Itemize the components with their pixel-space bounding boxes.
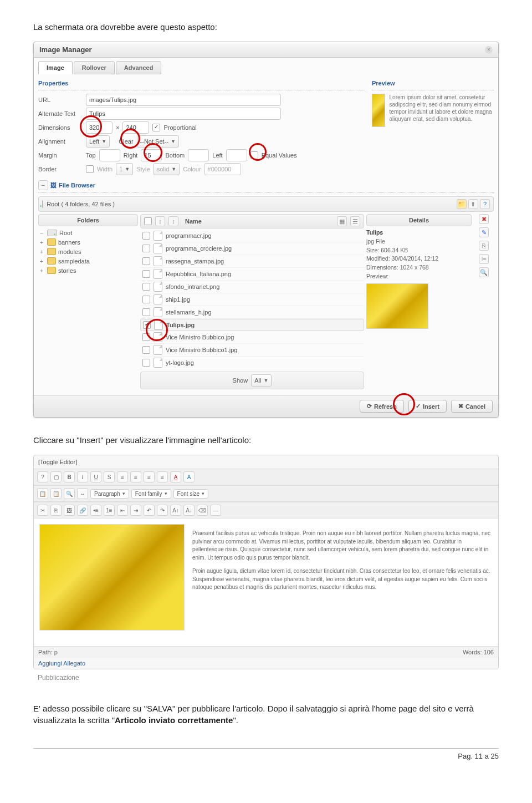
view-icon[interactable]: 🔍 <box>479 267 489 277</box>
margin-right-input[interactable]: 15 <box>141 149 162 161</box>
new-folder-icon[interactable]: 📁 <box>457 199 467 209</box>
proportional-checkbox[interactable] <box>152 124 160 131</box>
file-checkbox[interactable] <box>142 257 150 265</box>
font-size-select[interactable]: Font size▾ <box>173 489 209 499</box>
border-colour-input[interactable]: #000000 <box>204 163 241 175</box>
sort-icon[interactable]: ↕ <box>155 216 165 226</box>
file-row[interactable]: rassegna_stampa.jpg <box>140 255 364 268</box>
find-icon[interactable]: 🔍 <box>64 488 75 499</box>
clear-format-icon[interactable]: ⌫ <box>197 505 208 516</box>
delete-icon[interactable]: ✖ <box>479 214 489 224</box>
hr-icon[interactable]: — <box>210 505 221 516</box>
indent-icon[interactable]: ⇥ <box>130 505 141 516</box>
show-select[interactable]: All▼ <box>251 374 272 387</box>
cut-icon[interactable]: ✂ <box>479 254 489 264</box>
link-icon[interactable]: 🔗 <box>77 505 88 516</box>
border-style-select[interactable]: solid▼ <box>154 163 180 175</box>
equal-values-checkbox[interactable] <box>250 151 258 159</box>
file-row[interactable]: yt-logo.jpg <box>140 357 364 369</box>
paste-icon[interactable]: 📋 <box>50 488 62 499</box>
align-left-icon[interactable]: ≡ <box>117 471 128 482</box>
file-checkbox[interactable] <box>142 308 150 316</box>
outdent-icon[interactable]: ⇤ <box>117 505 128 516</box>
align-right-icon[interactable]: ≡ <box>144 471 155 482</box>
underline-icon[interactable]: U <box>90 471 101 482</box>
file-checkbox[interactable] <box>142 245 150 252</box>
file-checkbox[interactable] <box>142 346 150 354</box>
paragraph-select[interactable]: Paragraph▾ <box>90 489 129 499</box>
file-row[interactable]: Repubblica_Italiana.png <box>140 268 364 281</box>
alignment-select[interactable]: Left▼ <box>86 135 110 148</box>
file-row[interactable]: stellamaris_h.jpg <box>140 306 364 319</box>
ol-icon[interactable]: 1≡ <box>104 505 115 516</box>
width-input[interactable]: 320 <box>86 121 112 134</box>
margin-bottom-input[interactable] <box>188 149 209 161</box>
bold-icon[interactable]: B <box>64 471 75 482</box>
file-row[interactable]: ship1.jpg <box>140 293 364 306</box>
tab-rollover[interactable]: Rollover <box>74 61 115 74</box>
image-icon[interactable]: 🖼 <box>64 505 75 516</box>
italic-icon[interactable]: I <box>77 471 88 482</box>
help-icon[interactable]: ? <box>480 199 490 209</box>
font-family-select[interactable]: Font family▾ <box>131 489 171 499</box>
strike-icon[interactable]: S <box>104 471 115 482</box>
undo-icon[interactable]: ↶ <box>144 505 155 516</box>
close-icon[interactable]: × <box>485 46 493 54</box>
refresh-button[interactable]: ⟳Refresh <box>360 400 404 413</box>
file-checkbox[interactable] <box>143 321 151 329</box>
file-row[interactable]: programmacr.jpg <box>140 230 364 242</box>
border-enable-checkbox[interactable] <box>86 165 94 173</box>
upload-icon[interactable]: ⬆ <box>468 199 478 209</box>
align-justify-icon[interactable]: ≡ <box>157 471 168 482</box>
replace-icon[interactable]: ↔ <box>77 488 88 499</box>
tab-image[interactable]: Image <box>38 61 73 74</box>
file-row[interactable]: Tulips.jpg <box>140 319 364 331</box>
file-row[interactable]: sfondo_intranet.png <box>140 281 364 293</box>
bg-color-icon[interactable]: A <box>183 471 195 482</box>
sub-icon[interactable]: A↓ <box>183 505 195 516</box>
list-view-icon[interactable]: ☰ <box>350 216 360 226</box>
tree-folder[interactable]: sampledata <box>58 258 90 265</box>
clear-select[interactable]: --Not Set--▼ <box>137 135 179 148</box>
file-checkbox[interactable] <box>142 359 150 367</box>
new-icon[interactable]: ▢ <box>50 471 62 482</box>
paste-icon[interactable]: 📋 <box>37 488 48 499</box>
redo-icon[interactable]: ↷ <box>157 505 168 516</box>
border-width-select[interactable]: 1▼ <box>116 163 133 175</box>
cancel-button[interactable]: ✖Cancel <box>451 400 493 413</box>
url-input[interactable]: images/Tulips.jpg <box>86 94 281 106</box>
copy-icon[interactable]: ⎘ <box>50 505 62 516</box>
height-input[interactable]: 240 <box>122 121 149 134</box>
tree-folder[interactable]: banners <box>58 239 80 246</box>
alt-input[interactable]: Tulips <box>86 108 281 120</box>
file-row[interactable]: Vice Ministro Bubbico1.jpg <box>140 344 364 357</box>
cut-icon[interactable]: ✂ <box>37 505 48 516</box>
attach-link[interactable]: Aggiungi Allegato <box>34 658 498 669</box>
toggle-editor-link[interactable]: [Toggle Editor] <box>34 455 498 469</box>
font-color-icon[interactable]: A <box>170 471 181 482</box>
copy-icon[interactable]: ⎘ <box>479 241 489 251</box>
file-row[interactable]: programma_crociere.jpg <box>140 242 364 255</box>
margin-left-input[interactable] <box>226 149 247 161</box>
rename-icon[interactable]: ✎ <box>479 227 489 237</box>
file-checkbox[interactable] <box>142 232 150 240</box>
tab-advanced[interactable]: Advanced <box>116 61 162 74</box>
sort-icon[interactable]: ↕ <box>168 216 178 226</box>
tree-folder[interactable]: stories <box>58 267 76 274</box>
file-checkbox[interactable] <box>142 283 150 291</box>
sup-icon[interactable]: A↑ <box>170 505 181 516</box>
file-checkbox[interactable] <box>142 333 150 341</box>
file-row[interactable]: Vice Ministro Bubbico.jpg <box>140 331 364 344</box>
file-checkbox[interactable] <box>142 296 150 303</box>
minus-icon[interactable]: − <box>38 180 48 190</box>
thumb-view-icon[interactable]: ▦ <box>337 216 347 226</box>
insert-button[interactable]: ✓Insert <box>408 400 447 413</box>
tree-root[interactable]: Root <box>59 230 72 236</box>
help-icon[interactable]: ? <box>37 471 48 482</box>
file-checkbox[interactable] <box>142 270 150 278</box>
margin-top-input[interactable] <box>99 149 120 161</box>
tree-folder[interactable]: modules <box>58 248 81 255</box>
align-center-icon[interactable]: ≡ <box>130 471 141 482</box>
ul-icon[interactable]: •≡ <box>90 505 101 516</box>
select-all-checkbox[interactable] <box>144 217 152 225</box>
